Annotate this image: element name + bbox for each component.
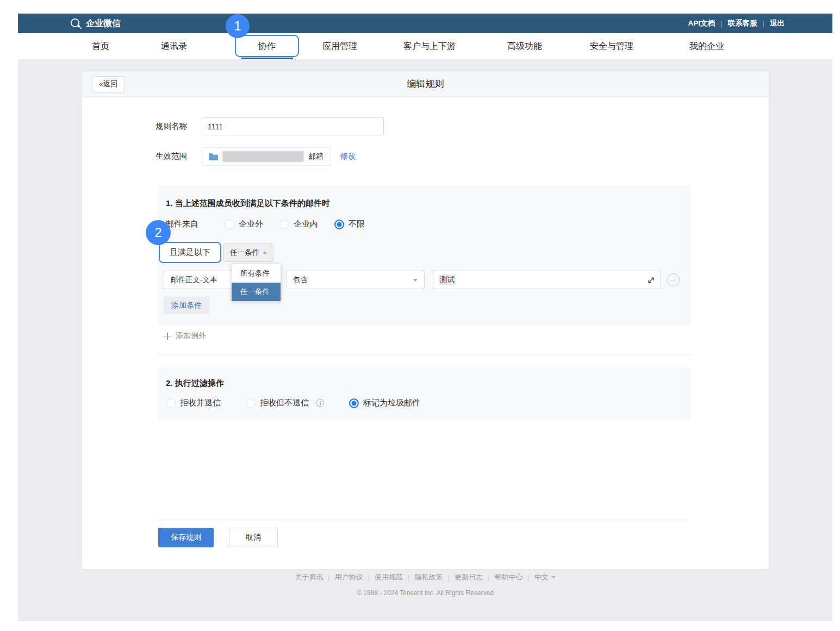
language-selector[interactable]: 中文	[534, 572, 556, 582]
radio-mail-from-external[interactable]: 企业外	[225, 219, 263, 229]
condition-operator-value: 包含	[293, 275, 308, 285]
wework-logo-icon	[70, 17, 82, 30]
cancel-button[interactable]: 取消	[229, 528, 278, 547]
condition-section: 1. 当上述范围成员收到满足以下条件的邮件时 邮件来自 企业外 企业内 不限	[158, 185, 691, 326]
match-row: 且满足以下 任一条件 所有条件 任一条件	[158, 242, 273, 263]
footer-link-usage-rules[interactable]: 使用规范	[375, 572, 403, 582]
separator: |	[527, 573, 529, 582]
rule-name-row: 规则名称	[155, 117, 384, 135]
match-type-select[interactable]: 任一条件	[223, 243, 273, 262]
mail-from-row: 邮件来自 企业外 企业内 不限	[166, 219, 381, 229]
annotation-step-1-badge: 1	[226, 14, 250, 38]
copyright-text: © 1998 - 2024 Tencent Inc. All Rights Re…	[18, 589, 832, 597]
language-label: 中文	[534, 572, 549, 582]
footer-link-privacy-policy[interactable]: 隐私政策	[415, 572, 443, 582]
section1-title: 1. 当上述范围成员收到满足以下条件的邮件时	[166, 198, 330, 209]
radio-reject-without-bounce[interactable]: 拒收但不退信	[246, 398, 324, 408]
nav-item-customers[interactable]: 客户与上下游	[403, 33, 456, 59]
back-button[interactable]: «返回	[92, 76, 125, 92]
info-icon[interactable]	[316, 399, 324, 407]
add-exception-label: 添加例外	[176, 331, 206, 341]
scope-suffix: 邮箱	[308, 152, 323, 161]
topbar-link-contact-support[interactable]: 联系客服	[727, 18, 757, 28]
nav-item-collaboration[interactable]: 协作	[258, 33, 276, 59]
nav-item-home[interactable]: 首页	[92, 33, 109, 59]
radio-mark-as-spam[interactable]: 标记为垃圾邮件	[349, 398, 420, 408]
active-tab-underline	[241, 58, 293, 59]
radio-circle-selected	[334, 220, 344, 229]
radio-label: 企业内	[294, 219, 318, 229]
nav-item-contacts[interactable]: 通讯录	[161, 33, 187, 59]
condition-field-value: 邮件正文-文本	[171, 275, 217, 285]
topbar-link-logout[interactable]: 退出	[770, 18, 785, 28]
action-section: 2. 执行过滤操作 拒收并退信 拒收但不退信 标记为垃圾邮件	[158, 367, 691, 421]
caret-down-icon	[413, 279, 418, 282]
footer-links: 关于腾讯 | 用户协议 | 使用规范 | 隐私政策 | 更新日志 | 帮助中心 …	[18, 572, 832, 582]
scope-tag: 邮箱	[202, 147, 331, 166]
radio-label: 企业外	[239, 219, 263, 229]
page: 企业微信 API文档 | 联系客服 | 退出 首页 通讯录 协作 应用管理 客户…	[0, 0, 840, 631]
radio-label: 拒收并退信	[180, 398, 221, 408]
radio-mail-from-unlimited[interactable]: 不限	[334, 219, 365, 229]
remove-condition-button[interactable]	[667, 273, 680, 286]
radio-label: 标记为垃圾邮件	[363, 398, 420, 408]
radio-circle	[246, 398, 256, 408]
save-rule-button[interactable]: 保存规则	[158, 528, 214, 547]
nav-item-apps[interactable]: 应用管理	[322, 33, 357, 59]
rule-name-input[interactable]	[202, 117, 384, 135]
footer: 关于腾讯 | 用户协议 | 使用规范 | 隐私政策 | 更新日志 | 帮助中心 …	[18, 572, 832, 597]
radio-circle	[225, 220, 234, 229]
plus-icon	[164, 333, 171, 340]
annotation-box-step2: 且满足以下	[159, 242, 221, 263]
condition-operator-select[interactable]: 包含	[286, 271, 425, 289]
card-header: «返回 编辑规则	[82, 71, 769, 97]
radio-mail-from-internal[interactable]: 企业内	[279, 219, 318, 229]
footer-link-changelog[interactable]: 更新日志	[455, 572, 483, 582]
footer-link-user-agreement[interactable]: 用户协议	[335, 572, 363, 582]
logo-text: 企业微信	[86, 18, 121, 29]
radio-reject-with-bounce[interactable]: 拒收并退信	[166, 398, 221, 408]
modify-scope-link[interactable]: 修改	[340, 151, 356, 161]
add-condition-button[interactable]: 添加条件	[164, 297, 209, 314]
folder-icon	[209, 153, 218, 160]
separator: |	[328, 573, 329, 582]
page-title: 编辑规则	[407, 71, 444, 97]
annotation-step-2-badge: 2	[146, 220, 171, 245]
mail-from-label: 邮件来自	[166, 219, 198, 229]
expand-icon[interactable]	[647, 276, 655, 284]
main-nav: 首页 通讯录 协作 应用管理 客户与上下游 高级功能 安全与管理 我的企业	[18, 33, 832, 59]
action-radio-row: 拒收并退信 拒收但不退信 标记为垃圾邮件	[166, 398, 445, 408]
footer-link-help-center[interactable]: 帮助中心	[494, 572, 522, 582]
divider	[158, 354, 691, 355]
condition-value-input[interactable]: 测试	[433, 271, 661, 289]
dropdown-option-all-conditions[interactable]: 所有条件	[232, 264, 281, 283]
match-label: 且满足以下	[170, 247, 210, 258]
add-exception-button[interactable]: 添加例外	[164, 331, 206, 341]
radio-circle	[279, 220, 289, 229]
radio-circle-selected	[349, 398, 359, 408]
separator: |	[488, 573, 489, 582]
nav-item-security[interactable]: 安全与管理	[590, 33, 633, 59]
topbar-link-api-docs[interactable]: API文档	[688, 18, 715, 28]
dropdown-option-any-condition[interactable]: 任一条件	[232, 283, 281, 301]
redacted-scope-name	[222, 151, 304, 162]
nav-item-advanced[interactable]: 高级功能	[507, 33, 542, 59]
nav-item-my-company[interactable]: 我的企业	[689, 33, 724, 59]
scope-row: 生效范围 邮箱 修改	[155, 147, 356, 165]
section2-title: 2. 执行过滤操作	[166, 378, 224, 389]
radio-label: 不限	[349, 219, 365, 229]
match-type-value: 任一条件	[230, 248, 259, 258]
wework-logo[interactable]: 企业微信	[70, 17, 121, 30]
footer-link-about-tencent[interactable]: 关于腾讯	[295, 572, 323, 582]
condition-value-text: 测试	[439, 274, 456, 285]
separator: |	[408, 573, 409, 582]
separator: |	[368, 573, 370, 582]
radio-circle	[166, 398, 176, 408]
content-area: «返回 编辑规则 规则名称 生效范围 邮箱 修改	[18, 59, 832, 621]
divider	[158, 520, 691, 520]
separator: |	[762, 20, 764, 28]
topbar: 企业微信 API文档 | 联系客服 | 退出	[18, 14, 832, 33]
rule-name-label: 规则名称	[155, 121, 194, 132]
scope-label: 生效范围	[155, 151, 194, 161]
caret-down-icon	[551, 576, 556, 579]
